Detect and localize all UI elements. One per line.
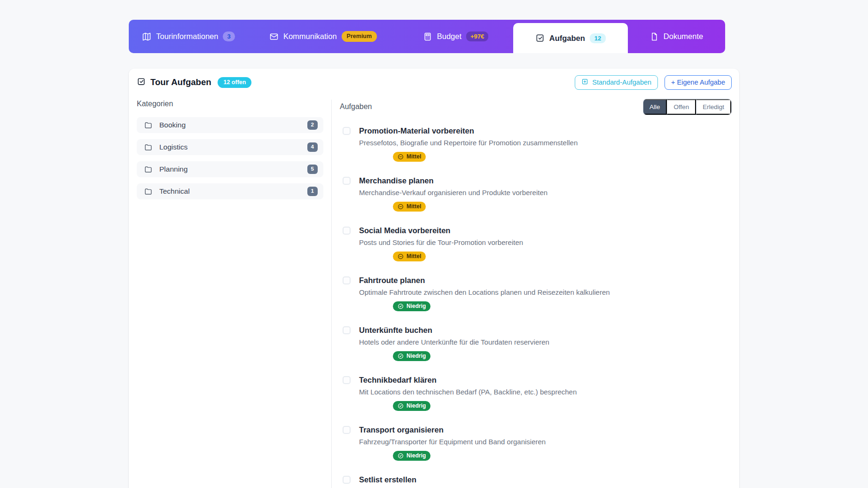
task-title: Technikbedarf klären: [359, 375, 577, 385]
tab-dokumente[interactable]: Dokumente: [628, 20, 725, 53]
priority-label: Niedrig: [407, 303, 426, 309]
task-body: Unterkünfte buchenHotels oder andere Unt…: [359, 325, 549, 361]
tab-label: Aufgaben: [549, 34, 585, 43]
task-item-setlist-erstellen: Setlist erstellen: [340, 474, 732, 485]
task-title: Transport organisieren: [359, 425, 546, 435]
tasks-column: Aufgaben AlleOffenErledigt Promotion-Mat…: [332, 100, 732, 488]
task-checkbox[interactable]: [343, 227, 351, 235]
tab-label: Dokumente: [664, 32, 703, 41]
task-description: Pressefotos, Biografie und Repertoire fü…: [359, 138, 578, 148]
task-checkbox[interactable]: [343, 476, 351, 484]
task-description: Hotels oder andere Unterkünfte für die T…: [359, 338, 549, 347]
priority-badge: Niedrig: [393, 351, 430, 361]
task-item-transport-organisieren: Transport organisierenFahrzeug/Transport…: [340, 425, 732, 461]
folder-icon: [144, 165, 152, 173]
category-label: Logistics: [159, 143, 188, 151]
category-count-badge: 1: [307, 187, 318, 196]
check-circle-icon: [398, 403, 404, 409]
tab-aufgaben[interactable]: Aufgaben12: [513, 23, 628, 53]
category-item-logistics[interactable]: Logistics4: [137, 139, 323, 155]
standard-tasks-button[interactable]: Standard-Aufgaben: [575, 75, 658, 90]
calculator-icon: [423, 32, 432, 41]
panel-body: Kategorien Booking2Logistics4Planning5Te…: [137, 100, 732, 488]
task-body: Setlist erstellen: [359, 474, 416, 485]
check-circle-icon: [398, 303, 404, 309]
category-label: Booking: [159, 121, 186, 129]
category-item-planning[interactable]: Planning5: [137, 161, 323, 177]
tab-tourinformationen[interactable]: Tourinformationen3: [129, 20, 248, 53]
category-label: Planning: [159, 165, 188, 173]
task-meta: Niedrig: [359, 451, 546, 461]
task-title: Social Media vorbereiten: [359, 225, 523, 236]
tab-badge: +97€: [466, 31, 488, 41]
category-list: Booking2Logistics4Planning5Technical1: [137, 117, 323, 199]
task-item-fahrtroute-planen: Fahrtroute planenOptimale Fahrtroute zwi…: [340, 275, 732, 311]
add-custom-task-button[interactable]: + Eigene Aufgabe: [665, 75, 732, 90]
task-meta: Niedrig: [359, 301, 610, 311]
task-meta: Mittel: [359, 252, 523, 261]
category-item-technical[interactable]: Technical1: [137, 183, 323, 199]
task-title: Promotion-Material vorbereiten: [359, 126, 578, 136]
priority-label: Niedrig: [407, 403, 426, 409]
minus-circle-icon: [398, 253, 404, 260]
check-square-icon: [137, 77, 146, 86]
priority-label: Niedrig: [407, 353, 426, 359]
task-item-unterkünfte-buchen: Unterkünfte buchenHotels oder andere Unt…: [340, 325, 732, 361]
tab-badge: Premium: [342, 31, 377, 42]
task-body: Merchandise planenMerchandise-Verkauf or…: [359, 175, 547, 212]
folder-icon: [144, 188, 152, 196]
priority-badge: Mittel: [393, 252, 426, 261]
page-title: Tour Aufgaben: [150, 77, 211, 87]
task-checkbox[interactable]: [343, 376, 351, 384]
priority-label: Mittel: [407, 154, 421, 160]
task-meta: Niedrig: [359, 351, 549, 361]
panel-header: Tour Aufgaben 12 offen Standard-Aufgaben…: [137, 73, 732, 91]
task-body: Fahrtroute planenOptimale Fahrtroute zwi…: [359, 275, 610, 311]
filter-alle[interactable]: Alle: [643, 99, 667, 115]
minus-circle-icon: [398, 154, 404, 160]
plus-square-icon: [581, 78, 588, 85]
tab-budget[interactable]: Budget+97€: [398, 20, 513, 53]
task-description: Fahrzeug/Transporter für Equipment und B…: [359, 437, 546, 447]
task-title: Unterkünfte buchen: [359, 325, 549, 335]
priority-label: Mittel: [407, 204, 421, 210]
task-checkbox[interactable]: [343, 426, 351, 434]
categories-sidebar: Kategorien Booking2Logistics4Planning5Te…: [137, 100, 332, 488]
task-checkbox[interactable]: [343, 177, 351, 185]
task-checkbox[interactable]: [343, 276, 351, 284]
task-description: Mit Locations den technischen Bedarf (PA…: [359, 387, 577, 397]
task-body: Social Media vorbereitenPosts und Storie…: [359, 225, 523, 261]
task-item-technikbedarf-klären: Technikbedarf klärenMit Locations den te…: [340, 375, 732, 411]
tab-label: Budget: [437, 32, 461, 41]
category-item-booking[interactable]: Booking2: [137, 117, 323, 133]
tab-bar: Tourinformationen3KommunikationPremiumBu…: [129, 20, 725, 53]
priority-badge: Mittel: [393, 152, 426, 162]
task-item-promotion-material-vorbereiten: Promotion-Material vorbereitenPressefoto…: [340, 126, 732, 162]
task-description: Merchandise-Verkauf organisieren und Pro…: [359, 188, 547, 197]
task-title: Setlist erstellen: [359, 474, 416, 485]
tab-kommunikation[interactable]: KommunikationPremium: [248, 20, 398, 53]
plus-square-icon: [581, 78, 588, 87]
check-square-icon: [535, 33, 545, 43]
filter-offen[interactable]: Offen: [667, 99, 696, 115]
document-icon: [649, 32, 659, 41]
filter-erledigt[interactable]: Erledigt: [696, 99, 731, 115]
task-filter-group: AlleOffenErledigt: [643, 99, 732, 115]
standard-tasks-label: Standard-Aufgaben: [592, 79, 651, 86]
category-count-badge: 5: [307, 165, 318, 174]
tasks-heading: Aufgaben: [340, 102, 372, 111]
mail-icon: [269, 32, 279, 41]
priority-label: Niedrig: [407, 453, 426, 459]
check-circle-icon: [398, 353, 404, 359]
task-checkbox[interactable]: [343, 326, 351, 334]
category-label: Technical: [159, 187, 190, 196]
task-meta: Niedrig: [359, 401, 577, 411]
add-custom-task-label: + Eigene Aufgabe: [671, 79, 725, 86]
priority-badge: Niedrig: [393, 451, 430, 461]
folder-icon: [144, 121, 152, 129]
folder-icon: [144, 143, 152, 151]
task-checkbox[interactable]: [343, 127, 351, 135]
tab-badge: 3: [223, 31, 235, 41]
open-count-badge: 12 offen: [218, 77, 251, 88]
check-square-icon: [137, 77, 146, 88]
